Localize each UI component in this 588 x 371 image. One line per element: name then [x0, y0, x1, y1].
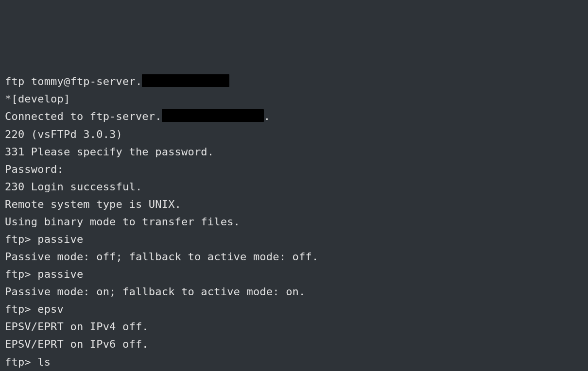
line-banner: 220 (vsFTPd 3.0.3) — [5, 126, 583, 143]
line-cmd-passive-1: ftp> passive — [5, 231, 583, 248]
line-connected: Connected to ftp-server.. — [5, 108, 583, 125]
line-passive-on: Passive mode: on; fallback to active mod… — [5, 283, 583, 301]
line-cmd-epsv: ftp> epsv — [5, 301, 583, 318]
line-branch: *[develop] — [5, 90, 583, 108]
line-epsv-ipv6: EPSV/EPRT on IPv6 off. — [5, 336, 583, 353]
line-230: 230 Login successful. — [5, 178, 583, 196]
line-passive-off: Passive mode: off; fallback to active mo… — [5, 248, 583, 266]
line-password-prompt: Password: — [5, 161, 583, 178]
line-cmd-passive-2: ftp> passive — [5, 266, 583, 283]
line-binary-mode: Using binary mode to transfer files. — [5, 213, 583, 231]
line-epsv-ipv4: EPSV/EPRT on IPv4 off. — [5, 318, 583, 336]
line-command-ftp: ftp tommy@ftp-server. — [5, 73, 583, 90]
line-cmd-ls: ftp> ls — [5, 354, 583, 371]
redacted-hostname — [142, 74, 229, 87]
line-331: 331 Please specify the password. — [5, 143, 583, 161]
line-system-type: Remote system type is UNIX. — [5, 196, 583, 213]
terminal-output[interactable]: ftp tommy@ftp-server.*[develop]Connected… — [5, 73, 583, 371]
redacted-hostname — [162, 109, 264, 122]
